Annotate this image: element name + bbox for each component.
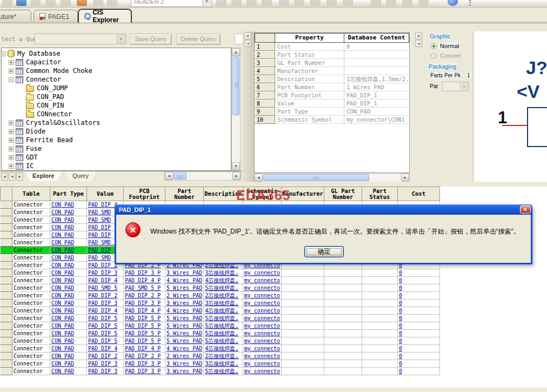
cell-link[interactable]: 0 (399, 315, 402, 321)
table-cell-gl-part-number[interactable] (324, 337, 362, 345)
tab-cis-explorer[interactable]: CIS Explorer (78, 9, 132, 23)
table-row[interactable]: ConnectorCON PADPAD DIP 5PAD DIP 5 P5 Wi… (1, 330, 440, 337)
cell-link[interactable]: PAD DIP 5 (88, 315, 117, 321)
row-header-cell[interactable] (1, 224, 12, 231)
cell-link[interactable]: CON PAD (51, 277, 74, 283)
table-cell-pcb-footprint[interactable]: PAD DIP 5 P (124, 315, 165, 322)
tree-item-crystal-oscillators[interactable]: +Crystal&Oscillators (2, 118, 231, 127)
annotate-icon[interactable] (279, 0, 289, 6)
cell-link[interactable]: PAD SMD (88, 209, 111, 215)
row-header-cell[interactable] (1, 231, 12, 239)
table-cell-part-type[interactable]: CON PAD (50, 322, 87, 330)
table-cell-part-type[interactable]: CON PAD (50, 277, 87, 284)
help-icon[interactable] (448, 0, 458, 6)
copy-icon[interactable] (61, 0, 71, 6)
cell-link[interactable]: CON PAD (51, 330, 74, 336)
table-cell-pcb-footprint[interactable]: PAD DIP 3 P (124, 360, 165, 368)
table-cell-part-number[interactable]: 4 Wires PAD (165, 307, 204, 315)
cell-link[interactable]: PAD DIP (88, 232, 111, 238)
cell-link[interactable]: PAD DIP 3 (88, 361, 117, 367)
table-cell-pcb-footprint[interactable]: PAD DIP 5 P (124, 330, 165, 337)
cell-link[interactable]: my connecto (244, 353, 280, 359)
bom-icon[interactable] (343, 0, 353, 6)
cell-link[interactable]: PAD SMD (88, 255, 111, 261)
cell-link[interactable]: CON PAD (51, 202, 74, 208)
tree-item-ic[interactable]: +IC (2, 162, 231, 170)
table-cell-part-number[interactable]: 5 Wires PAD (165, 330, 204, 337)
cell-link[interactable]: CON PAD (51, 368, 74, 374)
table-cell-part-status[interactable] (362, 330, 397, 337)
cell-link[interactable]: PAD DIP 5 P (125, 338, 161, 344)
cell-link[interactable]: PAD DIP 4 (88, 346, 117, 351)
table-cell-part-status[interactable] (362, 345, 397, 353)
table-cell-schematic-symbol[interactable]: my connecto (243, 315, 281, 322)
cell-link[interactable]: 0 (399, 323, 402, 329)
table-row[interactable]: ConnectorCON PADPAD DIP 2PAD DIP 2 P2 Wi… (1, 353, 440, 360)
cell-link[interactable]: my connecto (244, 293, 280, 298)
table-cell-manufacturer[interactable] (282, 307, 324, 315)
tree-item-fuse[interactable]: +Fuse (2, 144, 231, 153)
table-cell-pcb-footprint[interactable]: PAD DIP 2 P (124, 292, 165, 300)
cell-link[interactable]: 3 Wires PAD (166, 368, 202, 374)
table-cell-manufacturer[interactable] (282, 330, 324, 337)
tree-vertical-scrollbar[interactable]: ▲ ▼ (231, 48, 241, 171)
cell-link[interactable]: 5芯接线焊盘, (205, 338, 238, 344)
table-cell-gl-part-number[interactable] (324, 315, 362, 322)
scrollbar-thumb[interactable] (232, 57, 239, 115)
table-cell-table[interactable]: Connector (12, 224, 50, 231)
cell-link[interactable]: PAD SMD 5 (88, 285, 117, 291)
cell-link[interactable]: 0 (399, 285, 402, 291)
table-cell-value[interactable]: PAD DIP 3 (87, 269, 124, 277)
table-cell-part-type[interactable]: CON PAD (50, 239, 87, 247)
row-number-cell[interactable]: 5 (255, 75, 275, 83)
part-select-combobox[interactable]: ▼ (442, 82, 469, 91)
table-cell-part-status[interactable] (362, 307, 397, 315)
cell-link[interactable]: CON PAD (51, 300, 74, 306)
table-cell-description[interactable]: 2芯接线焊盘, (204, 292, 243, 300)
row-number-cell[interactable]: 4 (255, 67, 275, 75)
table-cell-description[interactable]: 5芯接线焊盘, (204, 315, 243, 322)
cell-link[interactable]: CON PAD (51, 232, 74, 238)
graphic-normal-radio[interactable]: Normal (431, 43, 460, 49)
chevron-down-icon[interactable]: ▼ (116, 35, 125, 43)
table-cell-manufacturer[interactable] (282, 345, 324, 353)
table-cell-value[interactable]: PAD DIP 2 (87, 292, 124, 300)
row-header-cell[interactable] (1, 330, 12, 337)
table-row[interactable]: ConnectorCON PADPAD DIP 3PAD DIP 3 P3 Wi… (1, 269, 440, 277)
collapse-panel-icon[interactable]: ◄ (415, 40, 422, 47)
table-cell-part-type[interactable]: CON PAD (50, 315, 87, 322)
property-row[interactable]: 10Schematic Symbolmy connector\CON1 (255, 116, 409, 124)
cell-link[interactable]: 4 Wires PAD (166, 346, 202, 351)
cell-link[interactable]: PAD DIP 5 (88, 323, 117, 329)
table-row[interactable]: ConnectorCON PADPAD DIP 5PAD DIP 5 P5 Wi… (1, 322, 440, 330)
table-cell-manufacturer[interactable] (282, 269, 324, 277)
cell-link[interactable]: PAD SMD 4 (88, 240, 117, 245)
cell-link[interactable]: 5 Wires PAD (166, 338, 202, 344)
table-cell-table[interactable]: Connector (12, 216, 50, 224)
tab-scroll-prev-button[interactable]: ◄ (9, 172, 16, 181)
table-cell-value[interactable]: PAD DIP 4 (87, 277, 124, 284)
row-header-cell[interactable] (1, 247, 12, 254)
table-cell-pcb-footprint[interactable]: PAD DIP 2 P (124, 353, 165, 360)
table-row[interactable]: ConnectorCON PADPAD DIP 2PAD DIP 2 P2 Wi… (1, 292, 440, 300)
cell-link[interactable]: 2 Wires PAD (166, 293, 202, 298)
cell-link[interactable]: 3芯接线焊盘, (205, 270, 238, 276)
table-cell-gl-part-number[interactable] (324, 284, 362, 292)
table-cell-table[interactable]: Connector (12, 254, 50, 262)
cell-link[interactable]: PAD DIP 3 P (125, 270, 161, 276)
table-cell-part-type[interactable]: CON PAD (50, 300, 87, 307)
cell-link[interactable]: PAD DIP 2 P (125, 353, 161, 359)
cell-link[interactable]: 3芯接线焊盘, (205, 361, 238, 367)
table-cell-part-type[interactable]: CON PAD (50, 216, 87, 224)
table-cell-pcb-footprint[interactable]: PAD DIP 4 P (124, 277, 165, 284)
query-combobox[interactable]: ▼ (35, 34, 126, 44)
save-icon[interactable] (16, 0, 26, 6)
cell-link[interactable]: PAD DIP 5 P (125, 315, 161, 321)
cell-link[interactable]: PAD DIP 5 P (125, 330, 161, 336)
cell-link[interactable]: PAD DIP 2 (88, 353, 117, 359)
table-cell-table[interactable]: Connector (12, 201, 50, 209)
table-cell-description[interactable]: 5芯接线焊盘, (204, 337, 243, 345)
expand-icon[interactable]: + (9, 164, 14, 169)
cell-link[interactable]: my connecto (244, 330, 280, 336)
design-rules-icon[interactable] (310, 0, 321, 6)
